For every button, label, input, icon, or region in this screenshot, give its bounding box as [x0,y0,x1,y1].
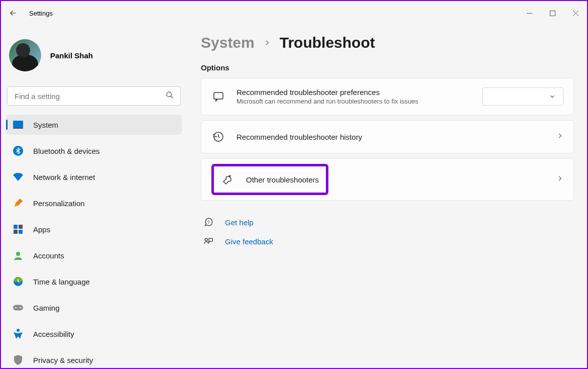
close-button[interactable] [564,5,587,21]
sidebar-item-apps[interactable]: Apps [6,219,182,239]
footer-links: ? Get help Give feedback [201,217,574,247]
sidebar-item-label: Accessibility [33,330,74,338]
svg-point-12 [15,307,17,309]
svg-rect-11 [13,305,23,311]
breadcrumb-parent[interactable]: System [201,34,255,51]
gaming-icon [13,303,23,313]
get-help-row: ? Get help [203,217,574,228]
card-title: Recommended troubleshooter history [237,133,545,141]
sidebar-item-label: Personalization [33,199,85,208]
svg-rect-0 [550,11,555,16]
help-icon: ? [203,217,214,228]
maximize-button[interactable] [541,5,564,21]
accessibility-icon [13,329,23,339]
privacy-icon [13,355,23,365]
card-title: Other troubleshooters [246,175,319,184]
svg-rect-6 [19,225,23,229]
card-title: Recommended troubleshooter preferences [237,88,471,97]
sidebar-item-network[interactable]: Network & internet [6,167,182,187]
feedback-icon [203,236,214,247]
minimize-icon [527,11,532,16]
svg-point-13 [20,307,22,309]
svg-text:?: ? [207,220,209,225]
personalization-icon [13,198,23,208]
sidebar-item-accounts[interactable]: Accounts [6,245,182,265]
sidebar-item-privacy[interactable]: Privacy & security [6,350,182,368]
search-input[interactable] [7,86,181,106]
apps-icon [13,224,23,234]
card-troubleshooter-preferences[interactable]: Recommended troubleshooter preferences M… [201,78,574,115]
svg-point-1 [167,92,171,97]
card-troubleshooter-history[interactable]: Recommended troubleshooter history [201,120,574,153]
nav: System Bluetooth & devices Network & int… [6,115,182,368]
card-other-troubleshooters[interactable]: Other troubleshooters [201,158,574,201]
chevron-down-icon [549,93,556,100]
back-button[interactable] [5,5,21,21]
section-title: Options [201,63,574,72]
titlebar: Settings [1,1,587,25]
svg-rect-18 [209,238,213,241]
svg-point-14 [17,329,20,332]
sidebar-item-system[interactable]: System [6,115,182,135]
accounts-icon [13,250,23,260]
sidebar-item-label: Network & internet [33,173,95,181]
svg-point-9 [16,252,20,256]
maximize-icon [550,11,555,16]
sidebar-item-label: Time & language [33,278,90,286]
wrench-icon [221,172,235,187]
sidebar-item-label: Privacy & security [33,356,93,364]
svg-rect-7 [14,230,18,234]
profile-block[interactable]: Pankil Shah [6,30,182,86]
get-help-link[interactable]: Get help [225,218,254,227]
sidebar-item-accessibility[interactable]: Accessibility [6,324,182,344]
chat-icon [211,89,225,104]
profile-name: Pankil Shah [50,51,93,60]
system-icon [13,120,23,130]
svg-rect-3 [13,128,23,129]
breadcrumb-current: Troubleshoot [280,34,375,51]
sidebar-item-gaming[interactable]: Gaming [6,298,182,318]
bluetooth-icon [13,146,23,156]
chevron-right-icon [556,175,563,184]
close-icon [573,11,578,16]
highlight-box: Other troubleshooters [211,164,328,195]
sidebar-item-label: Accounts [33,251,64,260]
svg-rect-8 [19,230,23,234]
svg-rect-15 [214,93,223,99]
network-icon [13,172,23,182]
svg-point-17 [205,238,207,241]
sidebar-item-bluetooth[interactable]: Bluetooth & devices [6,141,182,161]
breadcrumb: System Troubleshoot [201,34,574,51]
give-feedback-row: Give feedback [203,236,574,247]
chevron-right-icon [556,132,563,141]
sidebar: Pankil Shah System [1,25,187,368]
sidebar-item-personalization[interactable]: Personalization [6,193,182,213]
give-feedback-link[interactable]: Give feedback [225,237,273,246]
sidebar-item-label: Apps [33,225,50,234]
svg-rect-5 [14,225,18,229]
app-title: Settings [29,10,53,17]
arrow-left-icon [9,9,18,18]
search-icon [166,91,174,101]
history-icon [211,130,225,144]
sidebar-item-time[interactable]: Time & language [6,271,182,292]
minimize-button[interactable] [518,5,541,21]
search-container [7,86,181,106]
avatar [9,39,41,71]
preferences-dropdown[interactable] [482,87,563,106]
sidebar-item-label: Bluetooth & devices [33,147,100,155]
sidebar-item-label: Gaming [33,304,60,312]
main-content: System Troubleshoot Options Recommended … [187,25,587,368]
time-icon [13,276,23,287]
sidebar-item-label: System [33,121,58,129]
chevron-right-icon [264,36,271,49]
svg-rect-2 [13,121,23,128]
card-subtitle: Microsoft can recommend and run troubles… [237,98,471,105]
